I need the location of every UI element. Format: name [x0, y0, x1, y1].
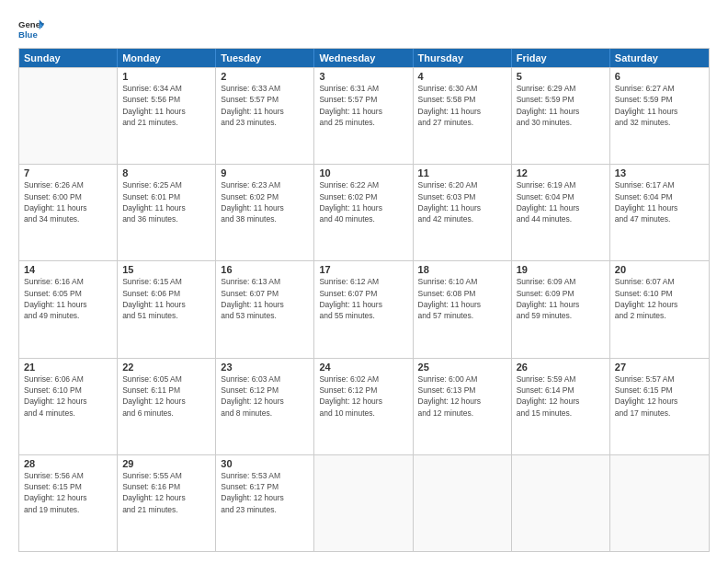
- calendar-cell: 26Sunrise: 5:59 AM Sunset: 6:14 PM Dayli…: [512, 359, 610, 454]
- weekday-header: Thursday: [414, 49, 512, 67]
- calendar-cell: 28Sunrise: 5:56 AM Sunset: 6:15 PM Dayli…: [19, 455, 118, 551]
- day-info: Sunrise: 6:29 AM Sunset: 5:59 PM Dayligh…: [517, 83, 605, 128]
- page-header: General Blue: [18, 17, 710, 42]
- calendar-cell: 12Sunrise: 6:19 AM Sunset: 6:04 PM Dayli…: [512, 165, 610, 260]
- day-number: 28: [24, 458, 112, 469]
- weekday-header: Wednesday: [314, 49, 413, 67]
- day-number: 13: [615, 167, 704, 178]
- calendar-cell: 16Sunrise: 6:13 AM Sunset: 6:07 PM Dayli…: [216, 261, 314, 357]
- day-number: 23: [221, 362, 309, 373]
- day-number: 25: [418, 362, 506, 373]
- calendar-cell: 6Sunrise: 6:27 AM Sunset: 5:59 PM Daylig…: [610, 68, 709, 164]
- day-info: Sunrise: 5:56 AM Sunset: 6:15 PM Dayligh…: [24, 470, 112, 515]
- calendar-cell: [314, 455, 413, 551]
- day-number: 21: [24, 362, 112, 373]
- day-info: Sunrise: 6:26 AM Sunset: 6:00 PM Dayligh…: [24, 179, 112, 224]
- calendar-body: 1Sunrise: 6:34 AM Sunset: 5:56 PM Daylig…: [19, 67, 709, 551]
- calendar-cell: 23Sunrise: 6:03 AM Sunset: 6:12 PM Dayli…: [216, 359, 314, 454]
- day-number: 24: [319, 362, 407, 373]
- day-info: Sunrise: 6:06 AM Sunset: 6:10 PM Dayligh…: [24, 373, 112, 419]
- calendar-cell: [610, 455, 709, 551]
- day-info: Sunrise: 6:27 AM Sunset: 5:59 PM Dayligh…: [615, 83, 704, 128]
- day-number: 12: [517, 167, 605, 178]
- day-number: 26: [517, 362, 605, 373]
- calendar-cell: 29Sunrise: 5:55 AM Sunset: 6:16 PM Dayli…: [118, 455, 216, 551]
- weekday-header: Tuesday: [216, 49, 314, 67]
- day-number: 17: [319, 264, 407, 275]
- day-number: 19: [517, 264, 605, 275]
- day-number: 18: [418, 264, 506, 275]
- day-info: Sunrise: 6:22 AM Sunset: 6:02 PM Dayligh…: [319, 179, 407, 224]
- day-info: Sunrise: 6:17 AM Sunset: 6:04 PM Dayligh…: [615, 179, 704, 224]
- calendar-cell: 9Sunrise: 6:23 AM Sunset: 6:02 PM Daylig…: [216, 165, 314, 260]
- day-number: 7: [24, 167, 112, 178]
- calendar-cell: 14Sunrise: 6:16 AM Sunset: 6:05 PM Dayli…: [19, 261, 118, 357]
- day-info: Sunrise: 5:59 AM Sunset: 6:14 PM Dayligh…: [517, 373, 605, 419]
- day-info: Sunrise: 6:33 AM Sunset: 5:57 PM Dayligh…: [221, 83, 309, 128]
- calendar-cell: 24Sunrise: 6:02 AM Sunset: 6:12 PM Dayli…: [314, 359, 413, 454]
- logo: General Blue: [18, 17, 44, 42]
- day-info: Sunrise: 6:34 AM Sunset: 5:56 PM Dayligh…: [122, 83, 210, 128]
- day-number: 4: [418, 71, 506, 82]
- calendar-cell: 3Sunrise: 6:31 AM Sunset: 5:57 PM Daylig…: [314, 68, 413, 164]
- weekday-header: Sunday: [19, 49, 118, 67]
- day-info: Sunrise: 6:02 AM Sunset: 6:12 PM Dayligh…: [319, 373, 407, 419]
- calendar-cell: [512, 455, 610, 551]
- day-info: Sunrise: 6:19 AM Sunset: 6:04 PM Dayligh…: [517, 179, 605, 224]
- day-info: Sunrise: 6:15 AM Sunset: 6:06 PM Dayligh…: [122, 276, 210, 321]
- calendar-cell: 18Sunrise: 6:10 AM Sunset: 6:08 PM Dayli…: [414, 261, 512, 357]
- day-info: Sunrise: 6:12 AM Sunset: 6:07 PM Dayligh…: [319, 276, 407, 321]
- day-info: Sunrise: 6:16 AM Sunset: 6:05 PM Dayligh…: [24, 276, 112, 321]
- day-info: Sunrise: 6:20 AM Sunset: 6:03 PM Dayligh…: [418, 179, 506, 224]
- day-number: 29: [122, 458, 210, 469]
- calendar-cell: 1Sunrise: 6:34 AM Sunset: 5:56 PM Daylig…: [118, 68, 216, 164]
- day-info: Sunrise: 6:03 AM Sunset: 6:12 PM Dayligh…: [221, 373, 309, 419]
- day-info: Sunrise: 6:30 AM Sunset: 5:58 PM Dayligh…: [418, 83, 506, 128]
- day-info: Sunrise: 5:53 AM Sunset: 6:17 PM Dayligh…: [221, 470, 309, 515]
- calendar-cell: 20Sunrise: 6:07 AM Sunset: 6:10 PM Dayli…: [610, 261, 709, 357]
- calendar-cell: 30Sunrise: 5:53 AM Sunset: 6:17 PM Dayli…: [216, 455, 314, 551]
- day-number: 30: [221, 458, 309, 469]
- calendar-cell: 19Sunrise: 6:09 AM Sunset: 6:09 PM Dayli…: [512, 261, 610, 357]
- calendar: SundayMondayTuesdayWednesdayThursdayFrid…: [18, 48, 710, 552]
- day-number: 5: [517, 71, 605, 82]
- weekday-header: Friday: [512, 49, 610, 67]
- day-info: Sunrise: 6:31 AM Sunset: 5:57 PM Dayligh…: [319, 83, 407, 128]
- day-info: Sunrise: 6:25 AM Sunset: 6:01 PM Dayligh…: [122, 179, 210, 224]
- day-number: 11: [418, 167, 506, 178]
- calendar-cell: 27Sunrise: 5:57 AM Sunset: 6:15 PM Dayli…: [610, 359, 709, 454]
- day-number: 6: [615, 71, 704, 82]
- calendar-cell: 13Sunrise: 6:17 AM Sunset: 6:04 PM Dayli…: [610, 165, 709, 260]
- calendar-cell: 7Sunrise: 6:26 AM Sunset: 6:00 PM Daylig…: [19, 165, 118, 260]
- calendar-cell: 21Sunrise: 6:06 AM Sunset: 6:10 PM Dayli…: [19, 359, 118, 454]
- day-number: 1: [122, 71, 210, 82]
- calendar-cell: [19, 68, 118, 164]
- day-info: Sunrise: 6:13 AM Sunset: 6:07 PM Dayligh…: [221, 276, 309, 321]
- day-number: 2: [221, 71, 309, 82]
- day-info: Sunrise: 6:07 AM Sunset: 6:10 PM Dayligh…: [615, 276, 704, 321]
- weekday-header: Monday: [118, 49, 216, 67]
- day-number: 3: [319, 71, 407, 82]
- calendar-row: 1Sunrise: 6:34 AM Sunset: 5:56 PM Daylig…: [19, 67, 709, 164]
- calendar-cell: 10Sunrise: 6:22 AM Sunset: 6:02 PM Dayli…: [314, 165, 413, 260]
- day-info: Sunrise: 6:00 AM Sunset: 6:13 PM Dayligh…: [418, 373, 506, 419]
- day-number: 14: [24, 264, 112, 275]
- calendar-cell: 8Sunrise: 6:25 AM Sunset: 6:01 PM Daylig…: [118, 165, 216, 260]
- svg-text:Blue: Blue: [18, 29, 38, 40]
- calendar-cell: 25Sunrise: 6:00 AM Sunset: 6:13 PM Dayli…: [414, 359, 512, 454]
- calendar-cell: 2Sunrise: 6:33 AM Sunset: 5:57 PM Daylig…: [216, 68, 314, 164]
- day-number: 8: [122, 167, 210, 178]
- day-info: Sunrise: 6:23 AM Sunset: 6:02 PM Dayligh…: [221, 179, 309, 224]
- day-number: 22: [122, 362, 210, 373]
- day-info: Sunrise: 5:55 AM Sunset: 6:16 PM Dayligh…: [122, 470, 210, 515]
- day-number: 16: [221, 264, 309, 275]
- day-number: 20: [615, 264, 704, 275]
- day-info: Sunrise: 5:57 AM Sunset: 6:15 PM Dayligh…: [615, 373, 704, 419]
- day-info: Sunrise: 6:09 AM Sunset: 6:09 PM Dayligh…: [517, 276, 605, 321]
- calendar-cell: 15Sunrise: 6:15 AM Sunset: 6:06 PM Dayli…: [118, 261, 216, 357]
- calendar-row: 21Sunrise: 6:06 AM Sunset: 6:10 PM Dayli…: [19, 358, 709, 454]
- day-number: 10: [319, 167, 407, 178]
- day-info: Sunrise: 6:05 AM Sunset: 6:11 PM Dayligh…: [122, 373, 210, 419]
- day-number: 15: [122, 264, 210, 275]
- calendar-row: 7Sunrise: 6:26 AM Sunset: 6:00 PM Daylig…: [19, 164, 709, 260]
